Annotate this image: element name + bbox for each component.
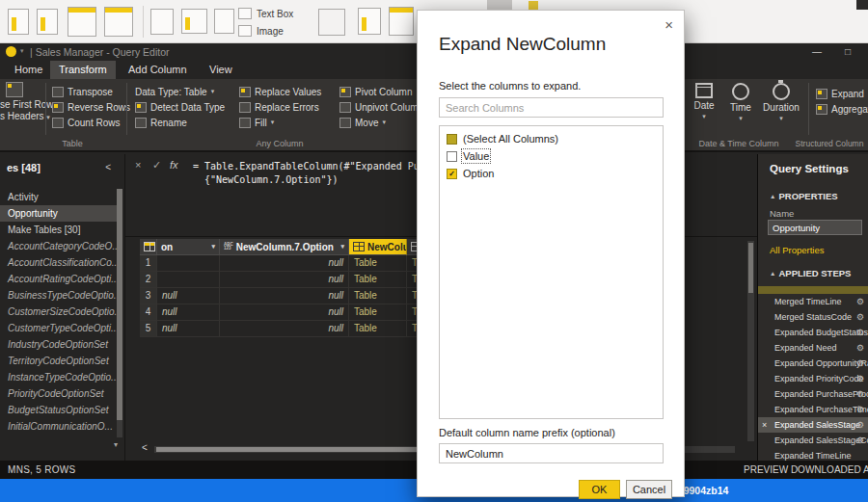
query-item-selected[interactable]: Opportunity <box>0 205 117 222</box>
checkbox-unchecked[interactable] <box>447 151 457 162</box>
applied-step[interactable]: Expanded PurchaseProcess⚙ <box>758 386 868 402</box>
table-visual-icon[interactable] <box>104 7 133 37</box>
applied-step[interactable]: Expanded Need⚙ <box>758 340 868 356</box>
delete-step-icon[interactable]: × <box>762 417 767 433</box>
gear-icon[interactable]: ⚙ <box>856 402 864 417</box>
prefix-input[interactable] <box>439 443 664 463</box>
replace-errors-button[interactable]: Replace Errors <box>239 100 319 114</box>
row-number[interactable]: 3 <box>140 288 157 304</box>
applied-steps-section-header[interactable]: ▲APPLIED STEPS <box>770 268 851 278</box>
vertical-scrollbar-thumb[interactable] <box>748 243 753 293</box>
grid-cell[interactable]: null <box>220 321 349 337</box>
applied-step[interactable]: Expanded SalesStageCode⚙ <box>758 433 868 448</box>
applied-step-partial[interactable] <box>758 286 868 294</box>
pivot-column-button[interactable]: Pivot Column <box>339 85 412 98</box>
checkbox-checked[interactable]: ✓ <box>447 169 457 179</box>
formula-input[interactable]: = Table.ExpandTableColumn(#"Expanded Pu … <box>193 160 420 187</box>
select-all-columns-item[interactable]: (Select All Columns) <box>440 130 663 147</box>
row-number[interactable]: 4 <box>140 304 157 321</box>
tab-add-column[interactable]: Add Column <box>120 61 196 79</box>
grid-cell[interactable]: null <box>220 255 349 272</box>
fill-button[interactable]: Fill▾ <box>239 116 274 129</box>
grid-cell[interactable] <box>157 272 220 288</box>
table-link[interactable]: Table <box>349 255 407 272</box>
query-item[interactable]: Activity <box>0 189 117 205</box>
commit-formula-button[interactable]: ✓ <box>152 159 161 172</box>
grid-cell[interactable]: null <box>220 288 349 304</box>
gear-icon[interactable]: ⚙ <box>856 356 864 371</box>
tab-view[interactable]: View <box>201 61 241 79</box>
query-item[interactable]: PriorityCodeOptionSet <box>0 385 117 402</box>
applied-step[interactable]: Expanded TimeLine <box>758 448 868 461</box>
script-visual-icon[interactable] <box>150 9 174 35</box>
column-header-newcolumn-selected[interactable]: NewColumn⇄ <box>349 239 407 255</box>
query-item[interactable]: TerritoryCodeOptionSet <box>0 353 117 369</box>
minimize-button[interactable]: — <box>802 43 831 61</box>
query-group[interactable]: Make Tables [30] <box>0 222 117 238</box>
query-item[interactable]: BudgetStatusOptionSet <box>0 402 117 418</box>
applied-step[interactable]: Merged StatusCode⚙ <box>758 309 868 325</box>
reverse-rows-button[interactable]: Reverse Rows <box>52 100 130 114</box>
row-number[interactable]: 5 <box>140 321 157 337</box>
collapse-panel-icon[interactable]: < <box>105 162 111 172</box>
applied-step[interactable]: Expanded OpportunityRati...⚙ <box>758 356 868 371</box>
query-item[interactable]: AccountRatingCodeOpti... <box>0 271 117 287</box>
search-columns-input[interactable] <box>439 97 664 118</box>
checkbox-indeterminate[interactable] <box>447 134 457 145</box>
transpose-button[interactable]: Transpose <box>52 85 113 98</box>
row-number[interactable]: 2 <box>140 272 157 288</box>
column-item-value[interactable]: Value <box>440 147 663 165</box>
maximize-button[interactable]: □ <box>833 43 862 61</box>
text-box-button[interactable]: Text Box <box>257 9 293 19</box>
table-link[interactable]: Table <box>349 304 407 321</box>
select-all-corner-cell[interactable] <box>140 239 157 255</box>
ok-button[interactable]: OK <box>579 480 620 499</box>
move-button[interactable]: Move▾ <box>339 116 386 129</box>
grid-cell[interactable]: null <box>220 304 349 321</box>
queries-scrollbar-thumb[interactable] <box>117 189 122 420</box>
replace-values-button[interactable]: Replace Values <box>239 85 321 98</box>
grid-icon[interactable] <box>389 7 414 36</box>
query-item[interactable]: InstanceTypeCodeOptio... <box>0 369 117 385</box>
matrix-visual-icon[interactable] <box>68 7 96 37</box>
image-button[interactable]: Image <box>257 26 284 37</box>
scroll-left-icon[interactable]: < <box>142 442 148 453</box>
applied-step[interactable]: Expanded BudgetStatus⚙ <box>758 325 868 340</box>
column-item-option[interactable]: ✓ Option <box>440 165 663 182</box>
cancel-button[interactable]: Cancel <box>626 480 672 499</box>
applied-step[interactable]: Expanded PurchaseTimefr...⚙ <box>758 402 868 417</box>
grid-cell[interactable]: null <box>220 272 349 288</box>
shapes-icon[interactable] <box>318 9 345 36</box>
grid-cell[interactable]: null <box>157 304 220 321</box>
all-properties-link[interactable]: All Properties <box>770 245 825 255</box>
query-item[interactable]: AccountClassificationCo... <box>0 254 117 271</box>
aggregate-button[interactable]: Aggregate <box>816 102 868 116</box>
buttons-icon[interactable] <box>358 8 381 35</box>
tab-transform[interactable]: Transform <box>50 61 116 79</box>
discard-formula-button[interactable]: × <box>135 159 141 171</box>
count-rows-button[interactable]: Count Rows <box>52 116 120 129</box>
data-type-button[interactable]: Data Type: Table▾ <box>135 85 214 98</box>
gear-icon[interactable]: ⚙ <box>856 325 864 340</box>
use-first-row-as-headers-button-line2[interactable]: s Headers ▾ <box>0 111 50 121</box>
close-icon[interactable]: × <box>665 16 673 33</box>
table-link[interactable]: Table <box>349 272 407 288</box>
query-item[interactable]: InitialCommunicationO... <box>0 418 117 435</box>
picture-icon[interactable] <box>181 9 207 34</box>
area-chart-icon[interactable] <box>37 9 58 35</box>
column-header-option[interactable]: ABC123NewColumn.7.Option▾ <box>220 239 349 255</box>
scroll-down-icon[interactable]: ▾ <box>114 440 118 449</box>
expand-button[interactable]: Expand <box>816 87 864 100</box>
query-item[interactable]: BusinessTypeCodeOptio... <box>0 287 117 304</box>
gear-icon[interactable]: ⚙ <box>856 417 864 433</box>
gear-icon[interactable]: ⚙ <box>856 433 864 448</box>
table-link[interactable]: Table <box>349 288 407 304</box>
filter-dropdown-icon[interactable]: ▾ <box>340 243 344 251</box>
column-header-on[interactable]: on▾ <box>157 239 220 255</box>
query-item[interactable]: CustomerSizeCodeOptio... <box>0 304 117 320</box>
detect-data-type-button[interactable]: Detect Data Type <box>135 100 225 114</box>
tab-home[interactable]: Home <box>6 61 51 79</box>
rename-button[interactable]: Rename <box>135 116 187 129</box>
query-item[interactable]: CustomerTypeCodeOpti... <box>0 320 117 336</box>
query-item[interactable]: AccountCategoryCodeO... <box>0 238 117 254</box>
